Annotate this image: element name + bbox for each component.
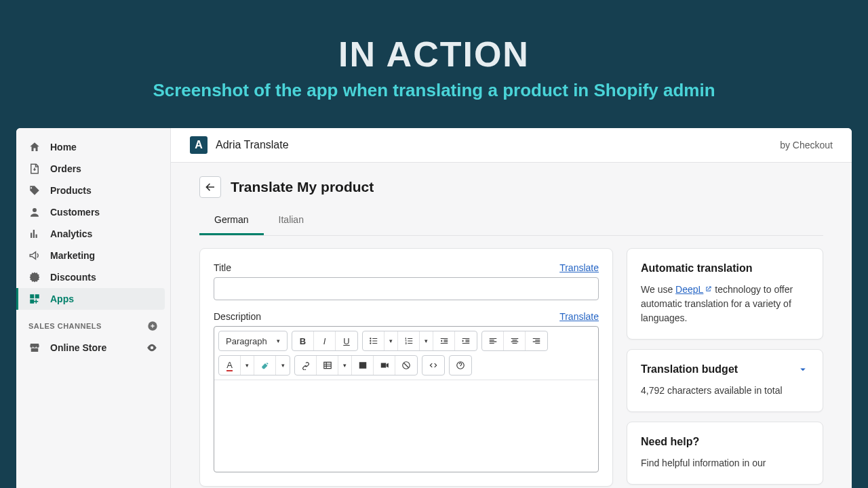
automatic-translation-card: Automatic translation We use DeepL techn… bbox=[627, 248, 823, 340]
rte-align-left-button[interactable] bbox=[482, 331, 504, 350]
app-logo: A bbox=[190, 136, 208, 154]
link-icon bbox=[301, 361, 311, 370]
sidebar-item-customers[interactable]: Customers bbox=[16, 201, 170, 223]
sidebar-item-discounts[interactable]: Discounts bbox=[16, 266, 170, 288]
sidebar-item-analytics[interactable]: Analytics bbox=[16, 223, 170, 245]
apps-icon bbox=[28, 293, 41, 305]
app-window: Home Orders Products Customers Analytics… bbox=[16, 128, 852, 488]
sidebar-item-orders[interactable]: Orders bbox=[16, 158, 170, 180]
deepl-link[interactable]: DeepL bbox=[675, 284, 712, 295]
sidebar: Home Orders Products Customers Analytics… bbox=[16, 128, 171, 488]
sidebar-item-label: Customers bbox=[50, 207, 100, 218]
rte-bullet-list-dropdown[interactable]: ▾ bbox=[384, 331, 398, 350]
hero-title: IN ACTION bbox=[0, 34, 868, 75]
products-icon bbox=[28, 184, 41, 197]
rte-table-dropdown[interactable]: ▾ bbox=[338, 356, 352, 375]
rte-indent-button[interactable] bbox=[455, 331, 477, 350]
need-help-card: Need help? Find helpful information in o… bbox=[627, 422, 823, 485]
rte-highlight-button[interactable] bbox=[254, 356, 276, 375]
translation-budget-title: Translation budget bbox=[641, 363, 738, 375]
rte-bullet-list-button[interactable] bbox=[363, 331, 384, 350]
sidebar-item-home[interactable]: Home bbox=[16, 136, 170, 158]
translate-title-link[interactable]: Translate bbox=[559, 262, 599, 273]
svg-point-3 bbox=[370, 342, 371, 344]
external-link-icon bbox=[705, 283, 712, 290]
app-header: A Adria Translate by Checkout bbox=[171, 128, 852, 163]
title-field-label: Title bbox=[214, 262, 231, 273]
rte-highlight-dropdown[interactable]: ▾ bbox=[276, 356, 290, 375]
clear-format-icon bbox=[401, 361, 411, 370]
translate-description-link[interactable]: Translate bbox=[559, 311, 599, 322]
bullet-list-icon bbox=[369, 336, 378, 346]
automatic-translation-text: We use DeepL technology to offer automat… bbox=[641, 283, 809, 325]
back-button[interactable] bbox=[199, 176, 221, 198]
sidebar-item-apps[interactable]: Apps bbox=[16, 288, 165, 310]
svg-point-1 bbox=[370, 338, 371, 339]
need-help-text: Find helpful information in our bbox=[641, 456, 809, 470]
sidebar-item-label: Analytics bbox=[50, 228, 92, 239]
rte-number-list-button[interactable] bbox=[398, 331, 420, 350]
sidebar-item-label: Online Store bbox=[50, 342, 106, 353]
sidebar-item-online-store[interactable]: Online Store bbox=[16, 337, 170, 359]
align-left-icon bbox=[488, 336, 498, 346]
discounts-icon bbox=[28, 271, 41, 283]
sidebar-item-label: Orders bbox=[50, 163, 81, 174]
translation-budget-card: Translation budget 4,792 characters avai… bbox=[627, 349, 823, 412]
rte-code-button[interactable] bbox=[422, 356, 444, 375]
sidebar-item-label: Home bbox=[50, 142, 77, 152]
tab-german[interactable]: German bbox=[199, 206, 264, 235]
marketing-icon bbox=[28, 249, 41, 262]
sidebar-item-marketing[interactable]: Marketing bbox=[16, 245, 170, 266]
description-field-label: Description bbox=[214, 311, 261, 322]
orders-icon bbox=[28, 163, 41, 175]
sidebar-item-label: Marketing bbox=[50, 250, 95, 261]
image-icon bbox=[358, 361, 368, 370]
sidebar-item-label: Discounts bbox=[50, 272, 96, 283]
rte-number-list-dropdown[interactable]: ▾ bbox=[420, 331, 433, 350]
rte-align-center-button[interactable] bbox=[504, 331, 526, 350]
rte-italic-button[interactable]: I bbox=[314, 331, 336, 350]
chevron-down-icon[interactable] bbox=[797, 363, 809, 375]
hero-subtitle: Screenshot of the app when translating a… bbox=[0, 80, 868, 101]
app-by-line: by Checkout bbox=[780, 140, 833, 150]
rte-table-button[interactable] bbox=[317, 356, 338, 375]
rte-align-right-button[interactable] bbox=[526, 331, 547, 350]
rte-outdent-button[interactable] bbox=[433, 331, 455, 350]
sidebar-item-products[interactable]: Products bbox=[16, 180, 170, 201]
video-icon bbox=[380, 361, 389, 370]
rte-image-button[interactable] bbox=[352, 356, 374, 375]
rte-format-select[interactable]: Paragraph▾ bbox=[219, 331, 287, 350]
need-help-title: Need help? bbox=[641, 436, 809, 448]
rte-link-button[interactable] bbox=[295, 356, 317, 375]
rte-help-button[interactable] bbox=[450, 356, 471, 375]
title-input[interactable] bbox=[214, 277, 599, 300]
home-icon bbox=[28, 141, 41, 153]
code-icon bbox=[429, 361, 438, 370]
view-store-icon[interactable] bbox=[146, 342, 158, 354]
add-channel-icon[interactable] bbox=[147, 321, 158, 331]
customers-icon bbox=[28, 206, 41, 218]
indent-icon bbox=[461, 336, 471, 346]
tab-italian[interactable]: Italian bbox=[264, 206, 319, 235]
translation-budget-text: 4,792 characters available in total bbox=[641, 384, 809, 398]
main-area: A Adria Translate by Checkout Translate … bbox=[171, 128, 852, 488]
highlight-icon bbox=[260, 361, 270, 370]
app-name: Adria Translate bbox=[216, 139, 289, 151]
svg-point-2 bbox=[370, 340, 371, 342]
rte-bold-button[interactable]: B bbox=[292, 331, 314, 350]
align-right-icon bbox=[532, 336, 541, 346]
rte-text-color-dropdown[interactable]: ▾ bbox=[241, 356, 254, 375]
outdent-icon bbox=[439, 336, 449, 346]
sidebar-item-label: Apps bbox=[50, 293, 74, 304]
rte-clear-format-button[interactable] bbox=[395, 356, 417, 375]
rte-text-color-button[interactable]: A bbox=[219, 356, 241, 375]
align-center-icon bbox=[510, 336, 519, 346]
description-textarea[interactable] bbox=[214, 380, 598, 472]
help-icon bbox=[456, 361, 465, 370]
table-icon bbox=[323, 361, 332, 370]
number-list-icon bbox=[404, 336, 414, 346]
sales-channels-label: SALES CHANNELS bbox=[16, 310, 170, 337]
rte-video-button[interactable] bbox=[374, 356, 395, 375]
rte-underline-button[interactable]: U bbox=[336, 331, 357, 350]
rte-toolbar: Paragraph▾ B I U ▾ bbox=[214, 327, 598, 380]
